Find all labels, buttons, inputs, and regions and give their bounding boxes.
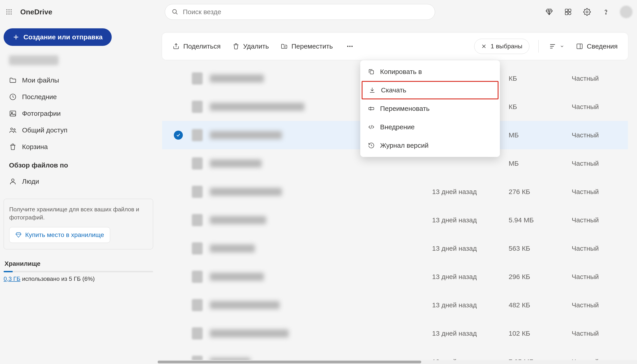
svg-point-27 [351, 46, 353, 47]
menu-version-history[interactable]: Журнал версий [360, 136, 500, 155]
date-col: 13 дней назад [432, 330, 509, 337]
diamond-icon [15, 232, 22, 238]
sidebar-item-shared[interactable]: Общий доступ [4, 122, 153, 138]
more-actions-button[interactable] [343, 40, 357, 53]
sharing-col: Частный [572, 244, 621, 252]
buy-storage-label: Купить место в хранилище [25, 231, 104, 238]
history-icon [368, 142, 375, 149]
svg-point-22 [11, 128, 13, 130]
file-name-col[interactable] [210, 273, 432, 281]
search-box[interactable] [165, 4, 435, 20]
sidebar-item-photos[interactable]: Фотографии [4, 105, 153, 122]
file-name-col[interactable] [210, 216, 432, 224]
selection-pill[interactable]: 1 выбраны [474, 39, 529, 54]
search-input[interactable] [183, 8, 428, 16]
file-icon-col [192, 299, 210, 311]
svg-point-3 [6, 12, 8, 12]
user-name-redacted [9, 55, 59, 65]
menu-label: Внедрение [380, 123, 415, 131]
create-upload-button[interactable]: Создание или отправка [4, 28, 112, 46]
svg-point-0 [6, 9, 8, 10]
sidebar-item-my-files[interactable]: Мои файлы [4, 72, 153, 88]
share-icon [172, 43, 180, 50]
file-icon [192, 214, 203, 226]
file-icon [192, 271, 203, 283]
date-col: 13 дней назад [432, 216, 509, 224]
diamond-icon [545, 8, 553, 16]
menu-embed[interactable]: Внедрение [360, 118, 500, 136]
file-row[interactable]: 13 дней назад5.94 МБЧастный [162, 206, 628, 234]
horizontal-scrollbar[interactable] [158, 360, 637, 364]
sharing-col: Частный [572, 273, 621, 280]
file-name-col[interactable] [210, 330, 432, 338]
search-icon [172, 8, 178, 15]
sidebar-item-people[interactable]: Люди [4, 173, 153, 190]
file-row[interactable]: 13 дней назад276 КБЧастный [162, 178, 628, 206]
sidebar-item-recycle[interactable]: Корзина [4, 138, 153, 155]
file-icon-col [192, 214, 210, 226]
menu-download[interactable]: Скачать [362, 81, 499, 99]
file-icon-col [192, 327, 210, 340]
share-label: Поделиться [183, 42, 221, 50]
file-row[interactable]: 13 дней назад296 КБЧастный [162, 262, 628, 291]
file-icon [192, 186, 203, 198]
premium-button[interactable] [542, 5, 556, 19]
sharing-col: Частный [572, 330, 621, 337]
size-col: 276 КБ [509, 188, 572, 196]
trash-icon [9, 143, 17, 151]
menu-label: Скачать [381, 86, 406, 94]
file-name-redacted [210, 330, 289, 338]
avatar[interactable] [620, 6, 632, 18]
share-button[interactable]: Поделиться [171, 40, 222, 52]
file-name-col[interactable] [210, 244, 432, 252]
size-col: 296 КБ [509, 273, 572, 280]
size-col: КБ [509, 75, 572, 82]
svg-rect-20 [10, 111, 16, 116]
sharing-col: Частный [572, 188, 621, 196]
menu-label: Журнал версий [380, 142, 429, 149]
size-col: 102 КБ [509, 330, 572, 337]
size-col: 482 КБ [509, 301, 572, 309]
menu-rename[interactable]: Переименовать [360, 99, 500, 118]
sidebar-item-recent[interactable]: Последние [4, 88, 153, 105]
checkbox-col[interactable] [174, 131, 192, 140]
person-icon [9, 178, 17, 185]
move-button[interactable]: Переместить [279, 40, 334, 52]
file-icon [192, 299, 203, 311]
scrollbar-thumb[interactable] [158, 361, 421, 363]
file-icon [192, 129, 203, 141]
storage-promo: Получите хранилище для всех ваших файлов… [4, 199, 153, 249]
help-button[interactable] [599, 5, 613, 19]
delete-button[interactable]: Удалить [231, 40, 270, 52]
sharing-col: Частный [572, 131, 621, 139]
file-row[interactable]: 13 дней назад102 КБЧастный [162, 319, 628, 348]
svg-rect-33 [577, 44, 582, 48]
folder-icon [9, 76, 17, 84]
storage-used-link[interactable]: 0,3 ГБ [4, 276, 21, 282]
browse-section-title: Обзор файлов по [4, 155, 153, 173]
ellipsis-icon [346, 43, 353, 50]
apps-button[interactable] [561, 5, 575, 19]
settings-button[interactable] [580, 5, 594, 19]
file-name-redacted [210, 273, 264, 281]
sort-button[interactable] [548, 40, 566, 52]
download-icon [369, 87, 376, 94]
sort-icon [549, 43, 556, 50]
file-row[interactable]: 13 дней назад482 КБЧастный [162, 291, 628, 319]
help-icon [602, 8, 610, 16]
app-launcher-button[interactable] [5, 8, 14, 16]
trash-icon [232, 43, 240, 50]
rename-icon [368, 105, 375, 112]
file-name-col[interactable] [210, 188, 432, 196]
file-icon-col [192, 158, 210, 170]
file-name-col[interactable] [210, 301, 432, 309]
file-row[interactable]: 13 дней назад563 КБЧастный [162, 234, 628, 262]
file-name-col[interactable] [210, 160, 432, 168]
details-button[interactable]: Сведения [575, 40, 619, 52]
storage-bar [4, 271, 153, 272]
file-icon-col [192, 271, 210, 283]
buy-storage-button[interactable]: Купить место в хранилище [9, 227, 110, 243]
sharing-col: Частный [572, 301, 621, 309]
svg-point-5 [11, 12, 12, 12]
menu-copy-to[interactable]: Копировать в [360, 62, 500, 81]
